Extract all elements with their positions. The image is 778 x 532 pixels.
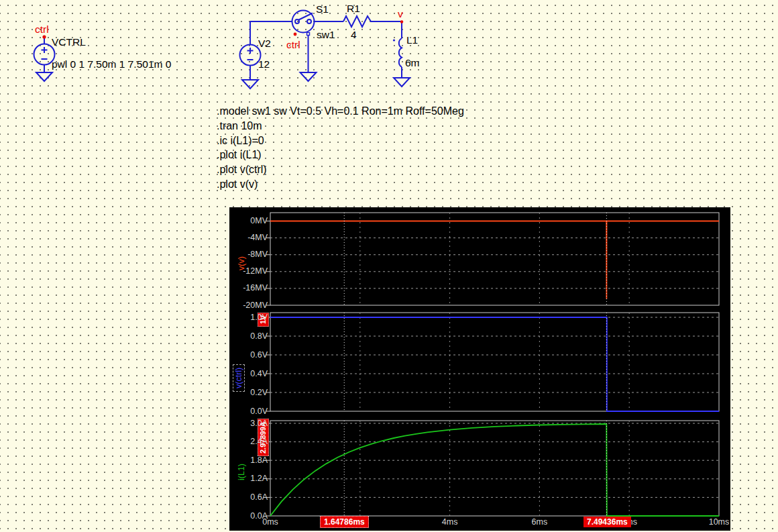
s1-refdes[interactable]: S1 xyxy=(316,3,329,15)
x-axis-tick-label: 4ms xyxy=(431,517,469,527)
directive-line[interactable]: .plot v(v) xyxy=(217,177,464,192)
y-axis-tick-label: -8MV xyxy=(233,250,268,259)
directive-line[interactable]: .model sw1 sw Vt=0.5 Vh=0.1 Ron=1m Roff=… xyxy=(217,104,464,119)
node-dot-ctrl xyxy=(42,35,46,38)
y-axis-tick-label: 0.4V xyxy=(233,369,268,378)
node-dot-switch-ctrl xyxy=(294,33,297,36)
y-axis-tick-label: -4MV xyxy=(233,233,268,242)
y-axis-tick-label: 0.2V xyxy=(233,388,268,397)
vctrl-refdes[interactable]: VCTRL xyxy=(52,36,86,48)
node-label-ctrl-2[interactable]: ctrl xyxy=(286,39,300,51)
x-axis-tick-label: 0ms xyxy=(252,517,289,527)
y-axis-tick-label: 1.8A xyxy=(233,456,268,465)
ground-symbol[interactable] xyxy=(36,72,52,81)
ground-symbol[interactable] xyxy=(242,80,258,89)
y-axis-tick-label: 0.6V xyxy=(233,350,268,360)
ground-symbol[interactable] xyxy=(300,72,317,81)
y-axis-tick-label: 0MV xyxy=(233,216,268,225)
spice-directives[interactable]: .model sw1 sw Vt=0.5 Vh=0.1 Ron=1m Roff=… xyxy=(217,104,464,192)
y-axis-tick-label: 0.6A xyxy=(233,492,268,502)
ground-symbol[interactable] xyxy=(394,78,410,87)
y-axis-tick-label: -20MV xyxy=(233,301,268,310)
y-axis-tick-label: 1.0V xyxy=(233,313,268,322)
y-axis-tick-label: 2.4A xyxy=(233,437,268,446)
x-axis-tick-label: 10ms xyxy=(700,517,738,527)
r1-refdes[interactable]: R1 xyxy=(347,3,360,15)
directive-line[interactable]: .plot v(ctrl) xyxy=(217,162,464,177)
inductor-symbol[interactable] xyxy=(393,38,402,78)
directive-line[interactable]: .ic i(L1)=0 xyxy=(217,134,464,148)
y-axis-tick-label: -12MV xyxy=(233,266,268,276)
y-axis-tick-label: 1.2A xyxy=(233,474,268,483)
y-axis-tick-label: -16MV xyxy=(233,283,268,292)
waveform-panel[interactable] xyxy=(229,207,730,531)
l1-refdes[interactable]: L1 xyxy=(406,34,418,46)
cursor-time-badge-2[interactable]: 7.49436ms xyxy=(584,517,631,527)
y-axis-tick-label: 0.8V xyxy=(233,331,268,341)
v2-value[interactable]: 12 xyxy=(258,58,270,70)
x-axis-tick-label: 6ms xyxy=(520,517,558,527)
node-label-ctrl[interactable]: ctrl xyxy=(35,23,49,36)
s1-model-label[interactable]: sw1 xyxy=(317,29,335,41)
cursor-time-badge-1[interactable]: 1.64786ms xyxy=(320,516,369,528)
node-label-v[interactable]: v xyxy=(398,8,403,20)
r1-value[interactable]: 4 xyxy=(351,29,357,41)
v2-source-symbol[interactable] xyxy=(240,21,261,80)
resistor-symbol[interactable] xyxy=(343,16,374,27)
y-axis-tick-label: 0.0V xyxy=(233,407,268,416)
v2-refdes[interactable]: V2 xyxy=(258,38,271,50)
vctrl-value[interactable]: pwl 0 1 7.50m 1 7.501m 0 xyxy=(52,58,171,70)
y-axis-tick-label: 3.0A xyxy=(233,419,268,428)
node-dot-v xyxy=(400,20,403,23)
directive-line[interactable]: .plot i(L1) xyxy=(217,148,464,162)
directive-line[interactable]: .tran 10m xyxy=(217,119,464,134)
l1-value[interactable]: 6m xyxy=(405,57,420,69)
